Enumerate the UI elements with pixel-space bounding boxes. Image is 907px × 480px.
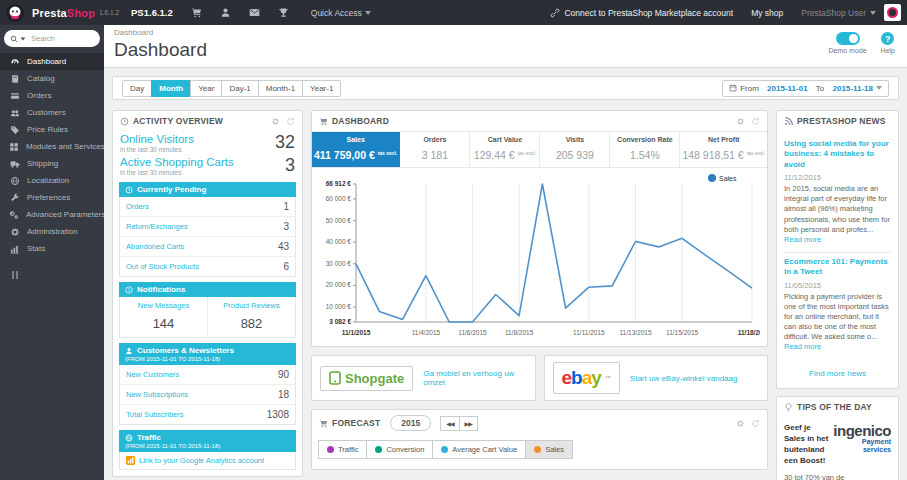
active-carts-metric[interactable]: Active Shopping Cartsin the last 30 minu… bbox=[113, 154, 302, 177]
refresh-icon[interactable] bbox=[751, 117, 760, 126]
sidebar-item-label: Customers bbox=[27, 108, 66, 117]
legend-dot-icon bbox=[327, 446, 334, 453]
gears-icon bbox=[9, 210, 19, 220]
sidebar-item-administration[interactable]: Administration bbox=[0, 223, 104, 240]
dashboard-cart-icon bbox=[319, 117, 328, 126]
find-more-news-link[interactable]: Find more news bbox=[777, 361, 898, 388]
online-visitors-metric[interactable]: Online Visitorsin the last 30 minutes 32 bbox=[113, 131, 302, 154]
currently-pending-section: Currently Pending Orders1Return/Exchange… bbox=[119, 182, 296, 277]
forecast-legend-traffic[interactable]: Traffic bbox=[318, 440, 367, 459]
svg-text:66 912 €: 66 912 € bbox=[326, 180, 352, 187]
help-icon[interactable]: ? bbox=[881, 32, 894, 45]
news-article-title[interactable]: Using social media for your business: 4 … bbox=[784, 139, 891, 170]
range-button-month-1[interactable]: Month-1 bbox=[258, 80, 303, 97]
sidebar-nav: DashboardCatalogOrdersCustomersPrice Rul… bbox=[0, 53, 104, 257]
forecast-legend-average-cart-value[interactable]: Average Cart Value bbox=[432, 440, 526, 459]
sidebar-item-shipping[interactable]: Shipping bbox=[0, 155, 104, 172]
kpi-tile-orders[interactable]: Orders3 181 bbox=[400, 132, 470, 167]
brand-name: PrestaShop bbox=[32, 7, 95, 19]
refresh-icon[interactable] bbox=[751, 419, 760, 428]
pending-link[interactable]: Return/Exchanges bbox=[126, 222, 188, 231]
kpi-tile-conversion-rate[interactable]: Conversion Rate1.54% bbox=[610, 132, 680, 167]
news-article-title[interactable]: Ecommerce 101: Payments in a Tweet bbox=[784, 257, 891, 278]
customers-link[interactable]: New Customers bbox=[126, 370, 179, 379]
customers-link[interactable]: New Subscriptions bbox=[126, 390, 188, 399]
globe-icon bbox=[9, 176, 20, 186]
kpi-value: 129,44 € tax excl. bbox=[472, 149, 537, 161]
sidebar-item-customers[interactable]: Customers bbox=[0, 104, 104, 121]
trophy-icon[interactable] bbox=[278, 7, 289, 18]
kpi-tile-net-profit[interactable]: Net Profit148 918,51 € tax excl. bbox=[680, 132, 767, 167]
svg-text:11/1/2015: 11/1/2015 bbox=[342, 329, 371, 336]
user-avatar[interactable] bbox=[884, 4, 901, 21]
sidebar-item-advanced-parameters[interactable]: Advanced Parameters bbox=[0, 206, 104, 223]
sidebar-item-label: Advanced Parameters bbox=[26, 210, 105, 219]
sidebar-search[interactable] bbox=[4, 30, 100, 47]
pending-link[interactable]: Orders bbox=[126, 202, 149, 211]
forecast-prev-button[interactable]: ◀◀ bbox=[440, 416, 459, 431]
refresh-icon[interactable] bbox=[286, 117, 295, 126]
chevron-down-icon bbox=[21, 37, 26, 40]
pending-link[interactable]: Abandoned Carts bbox=[126, 242, 184, 251]
pending-row-orders: Orders1 bbox=[120, 197, 295, 217]
sidebar-item-orders[interactable]: Orders bbox=[0, 87, 104, 104]
forecast-legend-conversion[interactable]: Conversion bbox=[366, 440, 433, 459]
range-button-year-1[interactable]: Year-1 bbox=[302, 80, 341, 97]
range-button-month[interactable]: Month bbox=[151, 80, 191, 97]
range-button-year[interactable]: Year bbox=[190, 80, 222, 97]
cart-icon[interactable] bbox=[191, 7, 202, 18]
gear-icon[interactable] bbox=[271, 117, 280, 126]
my-shop-link[interactable]: My shop bbox=[751, 8, 783, 18]
kpi-tile-sales[interactable]: Sales411 759,00 € tax excl. bbox=[312, 132, 400, 167]
customer-icon[interactable] bbox=[220, 7, 231, 18]
search-input[interactable] bbox=[31, 34, 89, 43]
sidebar-item-label: Shipping bbox=[27, 159, 58, 168]
sidebar-item-catalog[interactable]: Catalog bbox=[0, 70, 104, 87]
sidebar-item-modules-and-services[interactable]: Modules and Services bbox=[0, 138, 104, 155]
sidebar-item-stats[interactable]: Stats bbox=[0, 240, 104, 257]
notification-value: 882 bbox=[210, 316, 293, 331]
ebay-link[interactable]: Start uw eBay-winkel vandaag bbox=[630, 374, 738, 383]
sidebar-item-price-rules[interactable]: Price Rules bbox=[0, 121, 104, 138]
demo-mode-toggle[interactable] bbox=[836, 32, 860, 45]
sidebar-collapse-button[interactable] bbox=[12, 271, 104, 279]
sidebar-item-label: Stats bbox=[27, 244, 45, 253]
tip-body: 30 tot 70% van de consumenten in Europa … bbox=[784, 473, 891, 480]
kpi-tile-visits[interactable]: Visits205 939 bbox=[540, 132, 610, 167]
read-more-link[interactable]: Read more bbox=[784, 235, 821, 244]
user-icon bbox=[125, 347, 133, 355]
gear-icon[interactable] bbox=[736, 117, 745, 126]
read-more-link[interactable]: Read more bbox=[784, 342, 821, 351]
notification-cell-new-messages: New Messages144 bbox=[120, 297, 207, 337]
panel-title: PRESTASHOP NEWS bbox=[797, 116, 886, 126]
gear-icon[interactable] bbox=[736, 419, 745, 428]
range-button-day[interactable]: Day bbox=[122, 80, 152, 97]
breadcrumb: Dashboard bbox=[114, 28, 207, 37]
forecast-next-button[interactable]: ▶▶ bbox=[459, 416, 478, 431]
kpi-tile-cart-value[interactable]: Cart Value129,44 € tax excl. bbox=[470, 132, 540, 167]
sidebar-item-preferences[interactable]: Preferences bbox=[0, 189, 104, 206]
user-menu[interactable]: PrestaShop User bbox=[801, 8, 876, 18]
marketplace-link[interactable]: Connect to PrestaShop Marketplace accoun… bbox=[550, 8, 733, 18]
date-range-button[interactable]: From 2015-11-01 To 2015-11-18 bbox=[722, 80, 889, 97]
customers-link[interactable]: Total Subscribers bbox=[126, 410, 184, 419]
sidebar-item-localization[interactable]: Localization bbox=[0, 172, 104, 189]
kpi-label: Cart Value bbox=[472, 136, 537, 143]
shopgate-module-panel: Shopgate Ga mobiel en verhoog uw omzet bbox=[311, 355, 536, 401]
chevron-down-icon bbox=[870, 11, 876, 15]
forecast-legend-sales[interactable]: Sales bbox=[525, 440, 573, 459]
svg-text:30 000 €: 30 000 € bbox=[326, 260, 352, 267]
notification-link[interactable]: New Messages bbox=[122, 301, 205, 310]
book-icon bbox=[9, 74, 20, 84]
range-button-day-1[interactable]: Day-1 bbox=[221, 80, 258, 97]
sidebar-item-dashboard[interactable]: Dashboard bbox=[0, 53, 104, 70]
pending-link[interactable]: Out of Stock Products bbox=[126, 262, 199, 271]
active-carts-value: 3 bbox=[285, 156, 295, 176]
envelope-icon[interactable] bbox=[249, 7, 260, 18]
svg-text:11/11/2015: 11/11/2015 bbox=[573, 329, 605, 336]
quick-access-menu[interactable]: Quick Access bbox=[311, 8, 371, 18]
notification-link[interactable]: Product Reviews bbox=[210, 301, 293, 310]
google-analytics-link[interactable]: Link to your Google Analytics account bbox=[139, 456, 264, 465]
sidebar-item-label: Administration bbox=[27, 227, 78, 236]
shopgate-link[interactable]: Ga mobiel en verhoog uw omzet bbox=[423, 369, 526, 387]
